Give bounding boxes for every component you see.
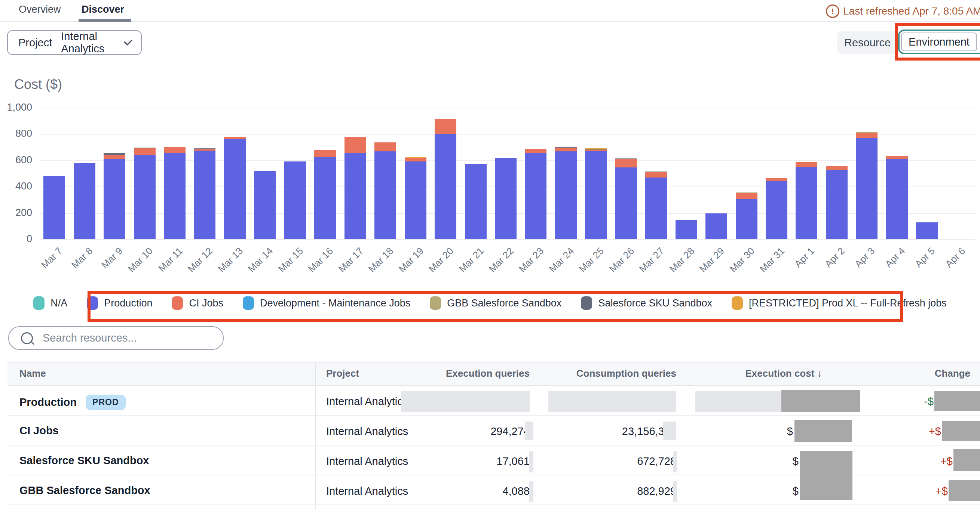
bar-segment-production-mar-15[interactable] xyxy=(284,162,306,239)
row-border xyxy=(8,445,980,446)
top-tab-bar: OverviewDiscover ! Last refreshed Apr 7,… xyxy=(0,0,980,22)
bar-segment-production-mar-22[interactable] xyxy=(495,158,517,239)
execution-queries-cell: 294,274 xyxy=(490,425,530,438)
bar-segment--restricted-prod-xl-full-refresh-jobs-mar-25[interactable] xyxy=(585,148,607,149)
bar-segment-production-mar-30[interactable] xyxy=(736,199,757,239)
bar-segment-production-apr-1[interactable] xyxy=(795,167,817,239)
bar-segment-production-mar-14[interactable] xyxy=(254,171,276,239)
bar-segment-production-mar-17[interactable] xyxy=(345,153,366,239)
bar-segment-ci-jobs-mar-23[interactable] xyxy=(525,149,546,153)
bar-segment-salesforce-sku-sandbox-mar-9[interactable] xyxy=(103,153,125,154)
column-header-project[interactable]: Project xyxy=(326,368,359,379)
search-resources-input[interactable]: Search resources... xyxy=(8,326,224,350)
bar-segment-ci-jobs-mar-20[interactable] xyxy=(434,119,457,135)
y-axis-tick-600: 600 xyxy=(0,154,32,166)
resource-name[interactable]: GBB Salesforce Sandbox xyxy=(19,484,150,497)
bar-segment-production-mar-8[interactable] xyxy=(74,163,95,239)
bar-segment-gbb-salesforce-sandbox-apr-3[interactable] xyxy=(856,132,878,133)
bar-segment-production-mar-29[interactable] xyxy=(705,213,727,239)
bar-segment-production-mar-26[interactable] xyxy=(615,167,637,239)
bar-segment-gbb-salesforce-sandbox-mar-31[interactable] xyxy=(766,178,788,178)
bar-segment-salesforce-sku-sandbox-mar-25[interactable] xyxy=(585,149,607,150)
bar-segment-production-mar-13[interactable] xyxy=(224,139,246,239)
bar-segment-salesforce-sku-sandbox-mar-24[interactable] xyxy=(555,147,577,147)
tab-discover[interactable]: Discover xyxy=(81,4,124,15)
gridline-1000 xyxy=(39,108,975,108)
column-header-execution-queries[interactable]: Execution queries xyxy=(446,368,530,379)
bar-segment-production-mar-7[interactable] xyxy=(43,176,65,239)
bar-segment-production-mar-31[interactable] xyxy=(766,181,788,239)
last-refreshed-text: Last refreshed Apr 7, 8:05 AM PD xyxy=(843,5,980,17)
bar-segment-production-mar-20[interactable] xyxy=(434,134,457,239)
highlight-block xyxy=(401,391,530,412)
bar-segment-production-mar-27[interactable] xyxy=(645,178,667,239)
project-cell: Internal Analytics xyxy=(326,485,408,498)
bar-segment-production-mar-23[interactable] xyxy=(525,153,546,239)
bar-segment-salesforce-sku-sandbox-mar-23[interactable] xyxy=(525,149,546,149)
bar-segment-ci-jobs-mar-25[interactable] xyxy=(585,150,607,151)
bar-segment-ci-jobs-mar-24[interactable] xyxy=(555,147,577,151)
bar-segment-production-mar-24[interactable] xyxy=(555,151,577,239)
resource-name[interactable]: ProductionPROD xyxy=(19,395,126,410)
bar-segment-salesforce-sku-sandbox-mar-10[interactable] xyxy=(134,147,156,148)
bar-segment--restricted-prod-xl-full-refresh-jobs-mar-19[interactable] xyxy=(405,157,426,158)
chevron-down-icon xyxy=(124,37,132,46)
bar-segment-ci-jobs-apr-4[interactable] xyxy=(886,156,908,159)
bar-segment-production-apr-2[interactable] xyxy=(826,170,848,239)
bar-segment-ci-jobs-apr-3[interactable] xyxy=(856,133,878,138)
bar-segment-ci-jobs-mar-19[interactable] xyxy=(405,158,426,162)
bar-segment-production-mar-19[interactable] xyxy=(405,162,426,239)
bar-segment-salesforce-sku-sandbox-mar-12[interactable] xyxy=(194,148,215,149)
resource-name-text: GBB Salesforce Sandbox xyxy=(19,484,150,497)
bar-segment-production-mar-11[interactable] xyxy=(164,153,186,239)
tab-overview[interactable]: Overview xyxy=(19,4,61,15)
legend-item-n-a[interactable]: N/A xyxy=(33,297,67,310)
y-axis-tick-1000: 1,000 xyxy=(0,101,32,113)
bar-segment-ci-jobs-apr-2[interactable] xyxy=(826,166,848,170)
resource-name[interactable]: CI Jobs xyxy=(19,425,59,437)
column-header-consumption-queries[interactable]: Consumption queries xyxy=(576,368,676,379)
bar-segment-ci-jobs-mar-26[interactable] xyxy=(615,159,637,167)
gridline-800 xyxy=(39,134,975,135)
bar-segment-production-mar-28[interactable] xyxy=(676,220,697,239)
bar-segment-production-mar-10[interactable] xyxy=(134,155,156,239)
bar-segment-salesforce-sku-sandbox-mar-27[interactable] xyxy=(645,171,667,172)
bar-segment-salesforce-sku-sandbox-mar-26[interactable] xyxy=(615,159,637,159)
project-filter-label: Project xyxy=(18,36,52,49)
resource-name-text: Production xyxy=(19,396,77,409)
bar-segment-ci-jobs-mar-10[interactable] xyxy=(134,148,156,155)
bar-segment-ci-jobs-mar-13[interactable] xyxy=(224,137,246,139)
redacted-value-block xyxy=(953,449,980,471)
bar-segment-ci-jobs-mar-17[interactable] xyxy=(345,137,366,153)
resource-name-text: CI Jobs xyxy=(19,425,59,437)
bar-segment-ci-jobs-mar-12[interactable] xyxy=(194,149,215,151)
bar-segment-ci-jobs-mar-16[interactable] xyxy=(314,150,336,157)
column-header-name[interactable]: Name xyxy=(19,368,46,379)
bar-segment-ci-jobs-mar-31[interactable] xyxy=(766,178,788,181)
bar-segment-production-mar-9[interactable] xyxy=(103,159,125,239)
bar-segment-production-mar-21[interactable] xyxy=(465,164,487,239)
bar-segment-ci-jobs-mar-27[interactable] xyxy=(645,172,667,178)
resource-name[interactable]: Salesforce SKU Sandbox xyxy=(19,454,149,467)
column-header-execution-cost[interactable]: Execution cost ↓ xyxy=(727,368,840,379)
view-toggle-environment[interactable]: Environment xyxy=(901,33,977,51)
bar-segment-production-mar-16[interactable] xyxy=(314,157,336,239)
bar-segment-ci-jobs-mar-9[interactable] xyxy=(103,155,125,159)
bar-segment-production-mar-12[interactable] xyxy=(194,151,215,239)
bar-segment-production-apr-5[interactable] xyxy=(916,222,938,239)
execution-cost-cell: $ xyxy=(787,425,793,438)
gridline-0 xyxy=(39,239,975,240)
bar-segment-production-mar-25[interactable] xyxy=(585,151,607,239)
bar-segment-ci-jobs-mar-11[interactable] xyxy=(164,147,186,153)
view-toggle-resource[interactable]: Resource xyxy=(837,32,898,54)
bar-segment-ci-jobs-mar-30[interactable] xyxy=(736,193,757,199)
bar-segment-ci-jobs-apr-1[interactable] xyxy=(795,162,817,167)
bar-segment-production-apr-4[interactable] xyxy=(886,159,908,239)
column-header-change[interactable]: Change xyxy=(935,368,970,379)
search-placeholder: Search resources... xyxy=(43,332,137,344)
bar-segment-ci-jobs-mar-18[interactable] xyxy=(374,143,396,151)
bar-segment-gbb-salesforce-sandbox-mar-30[interactable] xyxy=(736,192,757,193)
bar-segment-production-apr-3[interactable] xyxy=(856,138,878,239)
bar-segment-production-mar-18[interactable] xyxy=(374,151,396,239)
project-filter-dropdown[interactable]: Project Internal Analytics xyxy=(7,30,142,55)
